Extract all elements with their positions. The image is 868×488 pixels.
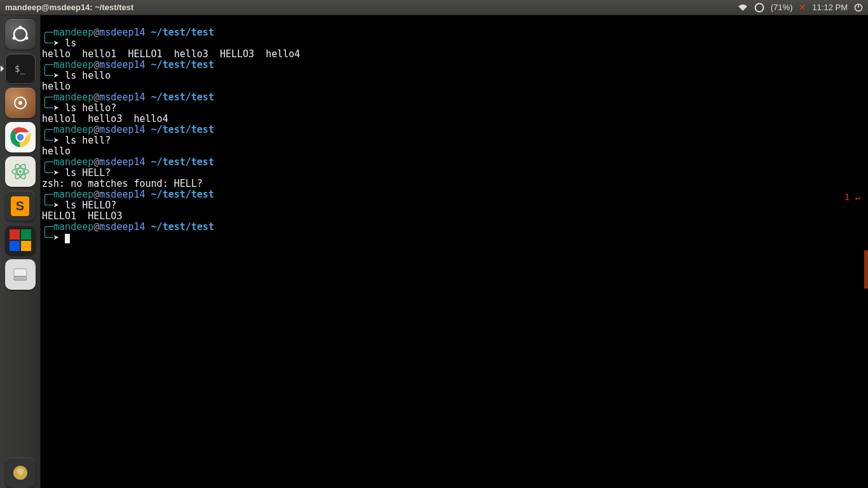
system-tray: (71%) ✕ 11:12 PM: [738, 3, 863, 13]
error-indicator: 1 ↵: [844, 192, 860, 203]
launcher-terminal[interactable]: $_: [5, 53, 36, 84]
prompt-line: ╭─mandeep@msdeep14 ~/test/test: [42, 125, 867, 135]
terminal[interactable]: ╭─mandeep@msdeep14 ~/test/test╰─➤ lshell…: [41, 15, 868, 488]
svg-rect-16: [14, 269, 27, 276]
cursor: [65, 234, 70, 243]
prompt-line: ╭─mandeep@msdeep14 ~/test/test: [42, 92, 867, 103]
prompt-line: ╭─mandeep@msdeep14 ~/test/test: [42, 222, 867, 233]
command-line: ╰─➤ ls hello: [42, 71, 867, 81]
command-line: ╰─➤ ls: [42, 38, 867, 49]
launcher-files[interactable]: [5, 259, 36, 290]
power-icon[interactable]: [854, 3, 863, 12]
battery-percent: (71%): [771, 3, 793, 12]
output-line: hello: [42, 146, 867, 157]
window-title: mandeep@msdeep14: ~/test/test: [5, 3, 133, 12]
launcher-atom[interactable]: [5, 156, 36, 187]
launcher-windows-apps[interactable]: [5, 225, 36, 255]
svg-point-8: [18, 101, 22, 105]
prompt-line: ╭─mandeep@msdeep14 ~/test/test: [42, 189, 867, 200]
output-line: zsh: no matches found: HELL?: [42, 179, 867, 189]
command-line[interactable]: ╰─➤: [42, 233, 867, 243]
menubar: mandeep@msdeep14: ~/test/test (71%) ✕ 11…: [0, 0, 868, 15]
command-line: ╰─➤ ls HELL?: [42, 168, 867, 179]
close-session-icon[interactable]: ✕: [799, 3, 806, 12]
main-area: $_ S ╭─mandeep@msdeep14 ~/test/test╰─➤ l…: [0, 15, 868, 488]
output-line: hello: [42, 81, 867, 92]
command-line: ╰─➤ ls hell?: [42, 135, 867, 146]
output-line: HELLO1 HELLO3: [42, 211, 867, 222]
command-line: ╰─➤ ls HELLO?: [42, 200, 867, 211]
svg-point-4: [18, 26, 22, 29]
command-line: ╰─➤ ls hello?: [42, 103, 867, 114]
scrollbar[interactable]: [864, 250, 868, 288]
output-line: hello1 hello3 hello4: [42, 114, 867, 125]
launcher-dash[interactable]: [5, 19, 36, 50]
launcher-chrome[interactable]: [5, 122, 36, 152]
prompt-line: ╭─mandeep@msdeep14 ~/test/test: [42, 27, 867, 38]
svg-point-15: [19, 170, 22, 173]
svg-point-3: [14, 28, 27, 41]
launcher: $_ S: [0, 15, 41, 488]
svg-point-5: [12, 37, 15, 40]
output-line: hello hello1 HELLO1 hello3 HELLO3 hello4: [42, 49, 867, 60]
launcher-sublime[interactable]: S: [5, 191, 36, 221]
prompt-line: ╭─mandeep@msdeep14 ~/test/test: [42, 60, 867, 71]
svg-point-6: [25, 37, 28, 40]
battery-circle-icon[interactable]: [754, 3, 764, 13]
prompt-line: ╭─mandeep@msdeep14 ~/test/test: [42, 157, 867, 168]
wifi-icon[interactable]: [738, 4, 748, 11]
launcher-settings[interactable]: [5, 88, 36, 118]
clock: 11:12 PM: [812, 3, 848, 12]
launcher-trash[interactable]: [5, 458, 36, 488]
svg-rect-17: [14, 276, 27, 280]
svg-point-0: [755, 3, 763, 11]
